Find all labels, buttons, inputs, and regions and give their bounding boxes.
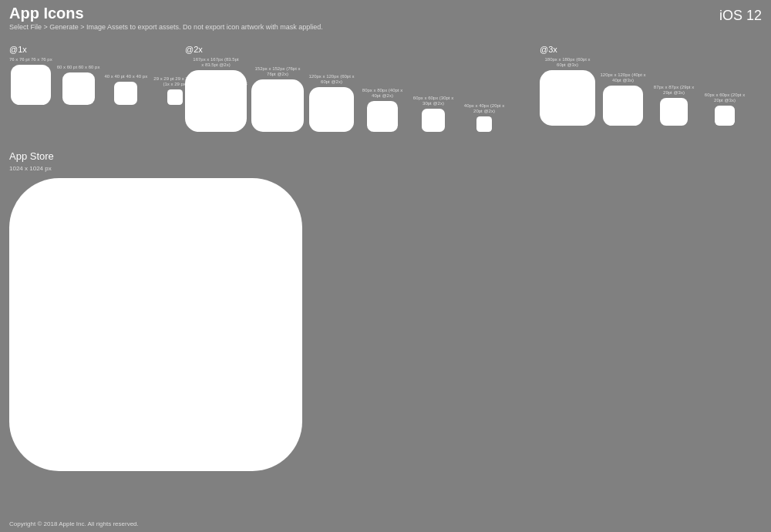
icon-box-2x-3 bbox=[367, 101, 398, 132]
icons-row-2x: 167px x 167px (83.5pt x 83.5pt @2x)152px… bbox=[185, 57, 507, 132]
icon-item-3x-2: 87px x 87px (29pt x 29pt @3x) bbox=[651, 85, 697, 126]
icon-label-2x-4: 60px x 60px (30pt x 30pt @2x) bbox=[410, 96, 456, 106]
icon-box-2x-0 bbox=[185, 70, 247, 132]
icon-item-1x-1: 60 x 60 pt 60 x 60 px bbox=[57, 65, 100, 105]
icon-label-2x-5: 40px x 40px (20pt x 20pt @2x) bbox=[461, 103, 507, 114]
icon-box-3x-0 bbox=[540, 70, 595, 126]
icon-box-2x-1 bbox=[251, 79, 304, 132]
icon-label-3x-2: 87px x 87px (29pt x 29pt @3x) bbox=[651, 85, 697, 96]
page-title: App Icons bbox=[9, 5, 84, 22]
icon-box-3x-2 bbox=[660, 98, 688, 126]
icon-label-2x-1: 152px x 152px (76pt x 76pt @2x) bbox=[254, 66, 301, 77]
icon-box-1x-2 bbox=[114, 82, 137, 105]
icon-box-1x-1 bbox=[62, 72, 95, 105]
icon-item-2x-4: 60px x 60px (30pt x 30pt @2x) bbox=[410, 96, 456, 132]
icon-box-2x-2 bbox=[309, 87, 354, 132]
icon-label-1x-0: 76 x 76 pt 76 x 76 px bbox=[9, 57, 52, 62]
app-store-label: App Store bbox=[9, 150, 302, 162]
icon-box-2x-4 bbox=[422, 109, 445, 132]
icon-item-1x-0: 76 x 76 pt 76 x 76 px bbox=[9, 57, 52, 105]
icon-item-2x-0: 167px x 167px (83.5pt x 83.5pt @2x) bbox=[185, 57, 247, 132]
icon-item-2x-3: 80px x 80px (40pt x 40pt @2x) bbox=[359, 88, 406, 132]
section-2x: @2x 167px x 167px (83.5pt x 83.5pt @2x)1… bbox=[185, 45, 507, 132]
app-store-section: App Store 1024 x 1024 px bbox=[9, 150, 302, 471]
icon-label-2x-2: 120px x 120px (60pt x 60pt @2x) bbox=[308, 74, 355, 85]
icon-label-2x-3: 80px x 80px (40pt x 40pt @2x) bbox=[359, 88, 406, 99]
icon-item-3x-1: 120px x 120px (40pt x 40pt @3x) bbox=[600, 72, 646, 126]
icon-label-1x-1: 60 x 60 pt 60 x 60 px bbox=[57, 65, 100, 70]
icon-label-3x-0: 180px x 180px (60pt x 60pt @3x) bbox=[544, 57, 591, 68]
app-store-sublabel: 1024 x 1024 px bbox=[9, 165, 302, 172]
icon-item-2x-1: 152px x 152px (76pt x 76pt @2x) bbox=[251, 66, 304, 132]
icon-item-3x-3: 60px x 60px (20pt x 20pt @3x) bbox=[702, 93, 748, 126]
ios-label: iOS 12 bbox=[719, 8, 762, 24]
icons-row-3x: 180px x 180px (60pt x 60pt @3x)120px x 1… bbox=[540, 57, 748, 126]
app-store-icon bbox=[9, 178, 302, 471]
icon-item-2x-5: 40px x 40px (20pt x 20pt @2x) bbox=[461, 103, 507, 132]
icon-item-3x-0: 180px x 180px (60pt x 60pt @3x) bbox=[540, 57, 595, 126]
icon-box-1x-0 bbox=[11, 65, 51, 105]
subtitle: Select File > Generate > Image Assets to… bbox=[9, 23, 323, 31]
icon-label-1x-2: 40 x 40 pt 40 x 40 px bbox=[104, 74, 147, 79]
icon-label-2x-0: 167px x 167px (83.5pt x 83.5pt @2x) bbox=[193, 57, 239, 68]
icon-box-2x-5 bbox=[476, 116, 492, 132]
section-2x-label: @2x bbox=[185, 45, 507, 54]
icon-item-2x-2: 120px x 120px (60pt x 60pt @2x) bbox=[308, 74, 355, 132]
icon-label-3x-1: 120px x 120px (40pt x 40pt @3x) bbox=[600, 72, 646, 83]
section-3x: @3x 180px x 180px (60pt x 60pt @3x)120px… bbox=[540, 45, 748, 126]
icon-box-1x-3 bbox=[167, 89, 183, 105]
icon-box-3x-3 bbox=[715, 106, 735, 126]
icon-box-3x-1 bbox=[603, 86, 643, 126]
section-3x-label: @3x bbox=[540, 45, 748, 54]
icon-item-1x-2: 40 x 40 pt 40 x 40 px bbox=[104, 74, 147, 105]
copyright: Copyright © 2018 Apple Inc. All rights r… bbox=[9, 520, 139, 527]
icon-label-3x-3: 60px x 60px (20pt x 20pt @3x) bbox=[702, 93, 748, 103]
